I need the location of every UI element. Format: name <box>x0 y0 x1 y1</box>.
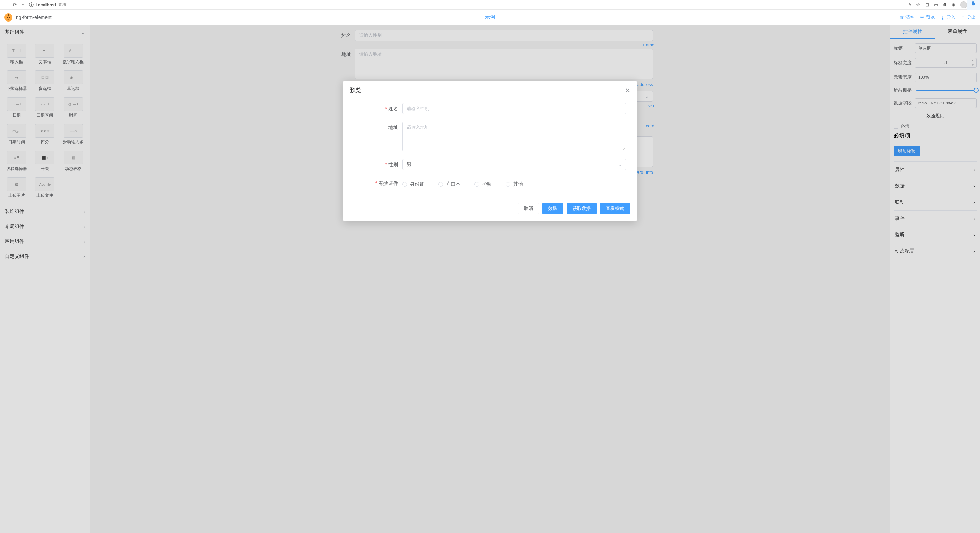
add-page-icon[interactable]: ⊕ <box>951 2 955 7</box>
collections-icon[interactable]: ▭ <box>934 2 938 7</box>
url-host: localhost <box>37 2 56 7</box>
extensions-icon[interactable]: ⊞ <box>925 2 929 7</box>
text-size-icon[interactable]: A <box>908 2 911 7</box>
comment-icon[interactable]: ⋐ <box>943 2 947 7</box>
info-icon: ⓘ <box>29 2 33 8</box>
browser-toolbar: ← ⟳ ⌂ ⓘ localhost:8080 A ☆ ⊞ ▭ ⋐ ⊕ ⋯ <box>0 0 980 10</box>
url-port: :8080 <box>56 2 68 7</box>
bing-sidebar-icon[interactable] <box>967 0 980 10</box>
back-icon[interactable]: ← <box>3 2 8 7</box>
avatar[interactable] <box>960 2 967 8</box>
favorites-icon[interactable]: ☆ <box>916 2 920 7</box>
address-bar[interactable]: ⓘ localhost:8080 <box>29 2 903 8</box>
refresh-icon[interactable]: ⟳ <box>13 2 17 7</box>
home-icon[interactable]: ⌂ <box>22 2 24 7</box>
